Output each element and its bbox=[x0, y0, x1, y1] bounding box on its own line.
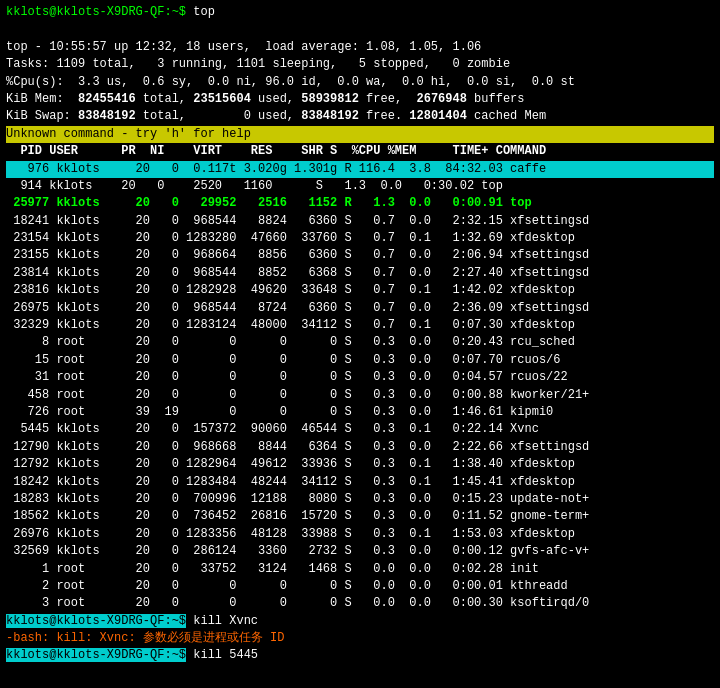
kill-error: -bash: kill: Xvnc: 参数必须是进程或任务 ID bbox=[6, 630, 714, 647]
table-row: 31 root 20 0 0 0 0 S 0.3 0.0 0:04.57 rcu… bbox=[6, 369, 714, 386]
table-row: 26976 kklots 20 0 1283356 48128 33988 S … bbox=[6, 526, 714, 543]
process-list: 976 kklots 20 0 0.117t 3.020g 1.301g R 1… bbox=[6, 161, 714, 613]
top-header-3: %Cpu(s): 3.3 us, 0.6 sy, 0.0 ni, 96.0 id… bbox=[6, 74, 714, 91]
table-row: 23155 kklots 20 0 968664 8856 6360 S 0.7… bbox=[6, 247, 714, 264]
table-row: 2 root 20 0 0 0 0 S 0.0 0.0 0:00.01 kthr… bbox=[6, 578, 714, 595]
top-header-4: KiB Mem: 82455416 total, 23515604 used, … bbox=[6, 91, 714, 108]
terminal: kklots@kklots-X9DRG-QF:~$ top top - 10:5… bbox=[0, 0, 720, 669]
table-row: 5445 kklots 20 0 157372 90060 46544 S 0.… bbox=[6, 421, 714, 438]
table-row: 32569 kklots 20 0 286124 3360 2732 S 0.3… bbox=[6, 543, 714, 560]
table-row: 23814 kklots 20 0 968544 8852 6368 S 0.7… bbox=[6, 265, 714, 282]
table-row: 18562 kklots 20 0 736452 26816 15720 S 0… bbox=[6, 508, 714, 525]
top-header-1: top - 10:55:57 up 12:32, 18 users, load … bbox=[6, 39, 714, 56]
table-row: 726 root 39 19 0 0 0 S 0.3 0.0 1:46.61 k… bbox=[6, 404, 714, 421]
initial-prompt-line: kklots@kklots-X9DRG-QF:~$ top bbox=[6, 4, 714, 21]
table-row: 18241 kklots 20 0 968544 8824 6360 S 0.7… bbox=[6, 213, 714, 230]
table-row: 458 root 20 0 0 0 0 S 0.3 0.0 0:00.88 kw… bbox=[6, 387, 714, 404]
table-row: 25977 kklots 20 0 29952 2516 1152 R 1.3 … bbox=[6, 195, 714, 212]
table-row: 23154 kklots 20 0 1283280 47660 33760 S … bbox=[6, 230, 714, 247]
table-row: 976 kklots 20 0 0.117t 3.020g 1.301g R 1… bbox=[6, 161, 714, 178]
table-row: 914 kklots 20 0 2520 1160 S 1.3 0.0 0:30… bbox=[6, 178, 714, 195]
table-row: 32329 kklots 20 0 1283124 48000 34112 S … bbox=[6, 317, 714, 334]
blank-line-1 bbox=[6, 21, 714, 38]
prompt-bg: kklots@kklots-X9DRG-QF:~$ bbox=[6, 614, 186, 628]
table-header: PID USER PR NI VIRT RES SHR S %CPU %MEM … bbox=[6, 143, 714, 160]
table-row: 18283 kklots 20 0 700996 12188 8080 S 0.… bbox=[6, 491, 714, 508]
kill-xvnc-cmd: kill Xvnc bbox=[186, 614, 258, 628]
table-row: 23816 kklots 20 0 1282928 49620 33648 S … bbox=[6, 282, 714, 299]
table-row: 15 root 20 0 0 0 0 S 0.3 0.0 0:07.70 rcu… bbox=[6, 352, 714, 369]
table-row: 8 root 20 0 0 0 0 S 0.3 0.0 0:20.43 rcu_… bbox=[6, 334, 714, 351]
table-row: 1 root 20 0 33752 3124 1468 S 0.0 0.0 0:… bbox=[6, 561, 714, 578]
prompt: kklots@kklots-X9DRG-QF:~$ bbox=[6, 5, 186, 19]
prompt-bg-2: kklots@kklots-X9DRG-QF:~$ bbox=[6, 648, 186, 662]
kill-5445-cmd: kill 5445 bbox=[186, 648, 258, 662]
kill-5445-prompt: kklots@kklots-X9DRG-QF:~$ kill 5445 bbox=[6, 647, 714, 664]
top-header-5: KiB Swap: 83848192 total, 0 used, 838481… bbox=[6, 108, 714, 125]
bottom-section: kklots@kklots-X9DRG-QF:~$ kill Xvnc-bash… bbox=[6, 613, 714, 665]
kill-xvnc-prompt: kklots@kklots-X9DRG-QF:~$ kill Xvnc bbox=[6, 613, 714, 630]
table-row: 26975 kklots 20 0 968544 8724 6360 S 0.7… bbox=[6, 300, 714, 317]
table-row: 12792 kklots 20 0 1282964 49612 33936 S … bbox=[6, 456, 714, 473]
table-row: 18242 kklots 20 0 1283484 48244 34112 S … bbox=[6, 474, 714, 491]
unknown-command-notice: Unknown command - try 'h' for help bbox=[6, 126, 714, 143]
table-row: 3 root 20 0 0 0 0 S 0.0 0.0 0:00.30 ksof… bbox=[6, 595, 714, 612]
table-row: 12790 kklots 20 0 968668 8844 6364 S 0.3… bbox=[6, 439, 714, 456]
top-header-2: Tasks: 1109 total, 3 running, 1101 sleep… bbox=[6, 56, 714, 73]
